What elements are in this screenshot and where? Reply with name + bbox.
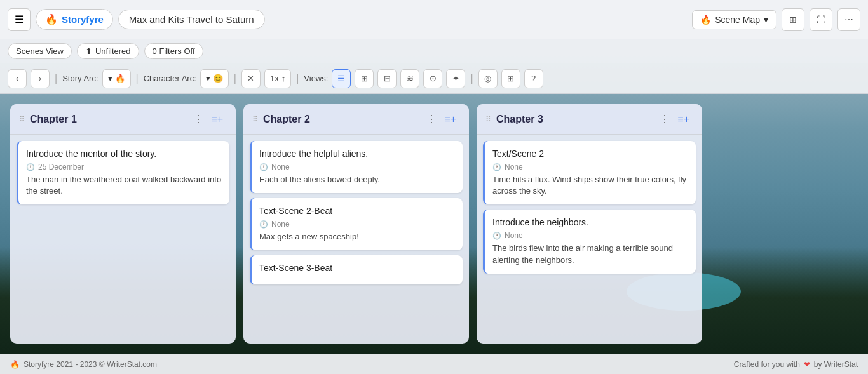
scene-map-flame-icon: 🔥 bbox=[700, 15, 711, 25]
scene-3-1-text: Time hits a flux. Wind ships show their … bbox=[492, 174, 688, 197]
story-arc-flame-icon: 🔥 bbox=[115, 74, 125, 83]
list-view-button[interactable]: ☰ bbox=[332, 69, 351, 88]
footer-crafted-text: Crafted for you with bbox=[734, 360, 800, 369]
expand-button[interactable]: ⊞ bbox=[782, 8, 804, 31]
scene-3-2-time: None bbox=[505, 231, 523, 240]
storyfyre-button[interactable]: 🔥 Storyfyre bbox=[36, 9, 113, 30]
footer-left: 🔥 Storyfyre 2021 - 2023 © WriterStat.com bbox=[10, 360, 157, 369]
menu-button[interactable]: ☰ bbox=[8, 8, 31, 31]
settings-view-button[interactable]: ⊟ bbox=[377, 69, 397, 88]
crosshair-icon: ✕ bbox=[247, 74, 254, 83]
chapter-3-scenes: Text/Scene 2 🕐 None Time hits a flux. Wi… bbox=[477, 135, 702, 280]
chapter-3-add-button[interactable]: ≡+ bbox=[674, 112, 693, 126]
clock-icon: 🕐 bbox=[26, 163, 35, 171]
hamburger-icon: ☰ bbox=[15, 13, 24, 25]
scene-2-1-title: Introduce the helpful aliens. bbox=[259, 149, 455, 159]
chapter-3-title: Chapter 3 bbox=[496, 114, 656, 125]
scene-2-2-meta: 🕐 None bbox=[259, 220, 455, 229]
layers-button[interactable]: ≋ bbox=[400, 69, 419, 88]
footer-writerstat-text: by WriterStat bbox=[814, 360, 858, 369]
scene-3-2-card[interactable]: Introduce the neighbors. 🕐 None The bird… bbox=[483, 210, 696, 273]
views-label: Views: bbox=[304, 74, 328, 83]
chapter-1-add-button[interactable]: ≡+ bbox=[207, 112, 227, 126]
unfiltered-label: Unfiltered bbox=[95, 46, 131, 56]
chapter-3-menu-button[interactable]: ⋮ bbox=[656, 112, 674, 126]
share-icon: ✦ bbox=[452, 74, 459, 83]
chapter-1-column: ⠿ Chapter 1 ⋮ ≡+ Introduce the mentor of… bbox=[10, 104, 236, 344]
scene-2-1-card[interactable]: Introduce the helpful aliens. 🕐 None Eac… bbox=[250, 141, 463, 193]
project-title[interactable]: Max and Kits Travel to Saturn bbox=[118, 10, 265, 29]
back-icon: ‹ bbox=[16, 74, 18, 83]
filter-button[interactable]: ◎ bbox=[478, 69, 498, 88]
chapter-1-menu-button[interactable]: ⋮ bbox=[189, 112, 207, 126]
top-navbar: ☰ 🔥 Storyfyre Max and Kits Travel to Sat… bbox=[0, 0, 868, 39]
scene-map-button[interactable]: 🔥 Scene Map ▾ bbox=[692, 10, 776, 29]
scene-1-1-card[interactable]: Introduce the mentor of the story. 🕐 25 … bbox=[17, 141, 229, 204]
layers-icon: ≋ bbox=[407, 74, 414, 83]
mosaic-icon: ⊞ bbox=[507, 74, 514, 83]
scene-1-1-text: The man in the weathered coat walked bac… bbox=[26, 174, 222, 197]
chapter-1-grip-icon: ⠿ bbox=[19, 115, 25, 124]
share-button[interactable]: ✦ bbox=[446, 69, 465, 88]
grid-view-icon: ⊞ bbox=[361, 74, 368, 83]
chapter-1-scenes: Introduce the mentor of the story. 🕐 25 … bbox=[10, 135, 236, 211]
settings-icon: ⊟ bbox=[384, 74, 391, 83]
clock-icon-2: 🕐 bbox=[259, 163, 268, 171]
eye-button[interactable]: ⊙ bbox=[423, 69, 442, 88]
unfiltered-icon: ⬆ bbox=[85, 46, 92, 56]
footer-flame-icon: 🔥 bbox=[10, 360, 20, 369]
clock-icon-4: 🕐 bbox=[492, 163, 501, 171]
forward-icon: › bbox=[39, 74, 41, 83]
scene-3-1-card[interactable]: Text/Scene 2 🕐 None Time hits a flux. Wi… bbox=[483, 141, 696, 204]
scene-2-2-time: None bbox=[271, 220, 290, 229]
help-button[interactable]: ? bbox=[524, 69, 543, 88]
story-arc-dropdown[interactable]: ▾ 🔥 bbox=[102, 69, 131, 88]
separator-2: | bbox=[135, 73, 140, 84]
unfiltered-button[interactable]: ⬆ Unfiltered bbox=[77, 43, 139, 59]
scene-3-2-title: Introduce the neighbors. bbox=[492, 217, 688, 227]
scene-3-2-meta: 🕐 None bbox=[492, 231, 688, 240]
scenes-view-button[interactable]: Scenes View bbox=[8, 43, 72, 59]
scene-2-1-meta: 🕐 None bbox=[259, 163, 455, 171]
character-arc-emoji: 😊 bbox=[213, 74, 223, 83]
zoom-dropdown[interactable]: 1x ↑ bbox=[264, 69, 291, 88]
scene-map-label: Scene Map bbox=[715, 15, 760, 25]
scene-2-3-card[interactable]: Text-Scene 3-Beat bbox=[250, 255, 463, 284]
mosaic-button[interactable]: ⊞ bbox=[501, 69, 520, 88]
chapter-1-title: Chapter 1 bbox=[30, 114, 189, 125]
scene-1-1-date: 25 December bbox=[38, 163, 84, 171]
chapter-2-column: ⠿ Chapter 2 ⋮ ≡+ Introduce the helpful a… bbox=[243, 104, 469, 344]
heart-icon: ❤ bbox=[804, 360, 810, 369]
character-arc-dropdown[interactable]: ▾ 😊 bbox=[200, 69, 229, 88]
chapter-2-add-button[interactable]: ≡+ bbox=[440, 112, 460, 126]
crosshair-button[interactable]: ✕ bbox=[241, 69, 261, 88]
filters-off-label: 0 Filters Off bbox=[153, 46, 195, 56]
separator-5: | bbox=[469, 73, 474, 84]
grid-view-button[interactable]: ⊞ bbox=[355, 69, 374, 88]
forward-button[interactable]: › bbox=[31, 69, 50, 88]
scene-2-2-card[interactable]: Text-Scene 2-Beat 🕐 None Max gets a new … bbox=[250, 198, 463, 250]
more-button[interactable]: ⋯ bbox=[837, 8, 860, 31]
filters-off-button[interactable]: 0 Filters Off bbox=[144, 43, 203, 59]
scene-map-dropdown-icon: ▾ bbox=[764, 15, 768, 25]
filter-icon: ◎ bbox=[484, 74, 491, 83]
storyfyre-label: Storyfyre bbox=[62, 14, 104, 25]
scene-3-2-text: The birds flew into the air making a ter… bbox=[492, 243, 688, 265]
chapter-3-column: ⠿ Chapter 3 ⋮ ≡+ Text/Scene 2 🕐 None Tim… bbox=[477, 104, 702, 344]
back-button[interactable]: ‹ bbox=[8, 69, 27, 88]
footer-right: Crafted for you with ❤ by WriterStat bbox=[734, 360, 858, 369]
fullscreen-icon: ⛶ bbox=[817, 15, 825, 25]
separator-3: | bbox=[233, 73, 238, 84]
fullscreen-button[interactable]: ⛶ bbox=[810, 8, 832, 31]
separator-1: | bbox=[53, 73, 58, 84]
eye-icon: ⊙ bbox=[430, 74, 437, 83]
scene-3-1-time: None bbox=[505, 163, 523, 171]
chapter-2-scenes: Introduce the helpful aliens. 🕐 None Eac… bbox=[243, 135, 469, 291]
chapter-1-header: ⠿ Chapter 1 ⋮ ≡+ bbox=[10, 104, 236, 135]
scene-2-1-text: Each of the aliens bowed deeply. bbox=[259, 174, 455, 185]
clock-icon-3: 🕐 bbox=[259, 220, 268, 229]
scene-2-2-title: Text-Scene 2-Beat bbox=[259, 206, 455, 216]
chapter-2-menu-button[interactable]: ⋮ bbox=[423, 112, 440, 126]
footer: 🔥 Storyfyre 2021 - 2023 © WriterStat.com… bbox=[0, 354, 868, 374]
clock-icon-5: 🕐 bbox=[492, 232, 501, 240]
